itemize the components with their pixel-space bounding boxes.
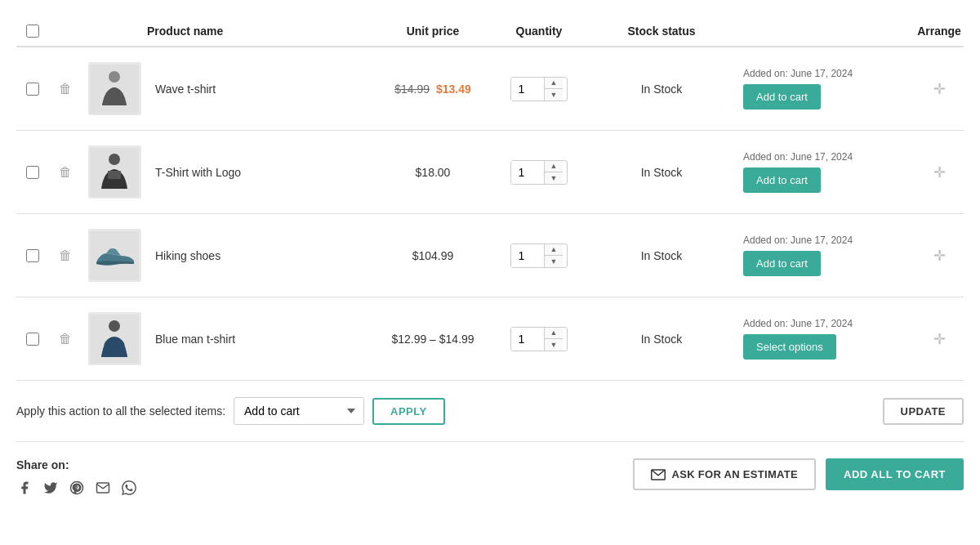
qty-down-2[interactable]: ▼ bbox=[545, 172, 563, 184]
qty-down-3[interactable]: ▼ bbox=[545, 256, 563, 267]
price-new-1: $13.49 bbox=[436, 83, 471, 96]
email-icon[interactable] bbox=[95, 480, 111, 496]
arrange-icon-1[interactable]: ✛ bbox=[933, 80, 946, 98]
update-button[interactable]: UPDATE bbox=[883, 398, 964, 425]
added-date-2: Added on: June 17, 2024 bbox=[743, 151, 853, 163]
apply-button[interactable]: APPLY bbox=[372, 398, 445, 425]
whatsapp-icon[interactable] bbox=[121, 480, 137, 496]
product-name-4: Blue man t-shirt bbox=[155, 333, 235, 346]
qty-down-1[interactable]: ▼ bbox=[545, 89, 563, 101]
price-3: $104.99 bbox=[412, 249, 454, 262]
delete-icon-3[interactable]: 🗑 bbox=[59, 248, 72, 263]
col-qty-header: Quantity bbox=[490, 25, 588, 38]
added-date-4: Added on: June 17, 2024 bbox=[743, 318, 853, 329]
add-to-cart-button-3[interactable]: Add to cart bbox=[743, 251, 821, 276]
add-all-to-cart-button[interactable]: ADD ALL TO CART bbox=[826, 458, 964, 490]
product-name-2: T-Shirt with Logo bbox=[155, 166, 241, 179]
ask-for-estimate-button[interactable]: ASK FOR AN ESTIMATE bbox=[633, 458, 816, 490]
stock-status-1: In Stock bbox=[641, 83, 683, 96]
qty-up-2[interactable]: ▲ bbox=[545, 161, 563, 172]
envelope-icon bbox=[651, 469, 666, 480]
delete-icon-2[interactable]: 🗑 bbox=[59, 165, 72, 180]
svg-rect-4 bbox=[108, 171, 121, 179]
qty-up-1[interactable]: ▲ bbox=[545, 78, 563, 89]
qty-down-4[interactable]: ▼ bbox=[545, 339, 563, 351]
add-to-cart-button-2[interactable]: Add to cart bbox=[743, 168, 821, 193]
table-row: 🗑 Blue man t-shirt $12.99 – $14.99 ▲ bbox=[16, 297, 964, 381]
product-image-4 bbox=[88, 312, 141, 365]
arrange-icon-3[interactable]: ✛ bbox=[933, 247, 946, 265]
facebook-icon[interactable] bbox=[16, 480, 33, 496]
arrange-icon-2[interactable]: ✛ bbox=[933, 163, 946, 181]
qty-input-wrapper-4: ▲ ▼ bbox=[510, 327, 568, 351]
col-product-header: Product name bbox=[147, 25, 376, 38]
pinterest-icon[interactable] bbox=[69, 480, 85, 496]
share-section: Share on: bbox=[16, 442, 964, 512]
estimate-label: ASK FOR AN ESTIMATE bbox=[672, 468, 798, 480]
price-old-1: $14.99 bbox=[394, 83, 430, 96]
row-checkbox-2[interactable] bbox=[26, 166, 39, 179]
product-image-1 bbox=[88, 62, 141, 115]
delete-icon-4[interactable]: 🗑 bbox=[59, 332, 72, 346]
share-icons bbox=[16, 480, 137, 496]
table-row: 🗑 T-Shirt with Logo $18.00 ▲ bbox=[16, 131, 964, 214]
twitter-icon[interactable] bbox=[42, 480, 59, 496]
qty-input-4[interactable] bbox=[511, 328, 544, 351]
svg-point-7 bbox=[109, 320, 120, 332]
svg-point-3 bbox=[109, 154, 120, 165]
stock-status-3: In Stock bbox=[641, 249, 683, 262]
table-row: 🗑 Wave t-shirt $14.99 $13.49 bbox=[16, 47, 964, 131]
arrange-icon-4[interactable]: ✛ bbox=[933, 330, 946, 348]
qty-input-wrapper-2: ▲ ▼ bbox=[510, 160, 568, 185]
delete-icon-1[interactable]: 🗑 bbox=[59, 82, 72, 96]
qty-up-4[interactable]: ▲ bbox=[545, 328, 563, 339]
row-checkbox-1[interactable] bbox=[26, 83, 39, 96]
bulk-action-select[interactable]: Add to cart Remove bbox=[234, 397, 364, 425]
product-name-1: Wave t-shirt bbox=[155, 83, 216, 96]
product-image-3 bbox=[88, 229, 141, 282]
footer-actions: Apply this action to all the selected it… bbox=[16, 381, 964, 442]
action-label: Apply this action to all the selected it… bbox=[16, 404, 225, 418]
row-checkbox-3[interactable] bbox=[26, 249, 39, 262]
row-checkbox-4[interactable] bbox=[26, 333, 39, 346]
select-all-checkbox[interactable] bbox=[26, 25, 39, 38]
added-date-1: Added on: June 17, 2024 bbox=[743, 68, 853, 79]
col-price-header: Unit price bbox=[376, 25, 490, 38]
stock-status-4: In Stock bbox=[641, 333, 683, 346]
table-row: 🗑 Hiking shoes $104.99 ▲ bbox=[16, 214, 964, 297]
qty-input-2[interactable] bbox=[511, 161, 544, 184]
qty-input-1[interactable] bbox=[511, 78, 544, 101]
table-header: Product name Unit price Quantity Stock s… bbox=[16, 16, 964, 47]
product-image-2 bbox=[88, 145, 141, 199]
col-stock-header: Stock status bbox=[588, 25, 735, 38]
price-4: $12.99 – $14.99 bbox=[391, 333, 474, 346]
add-to-cart-button-1[interactable]: Add to cart bbox=[743, 84, 821, 109]
qty-input-wrapper-3: ▲ ▼ bbox=[510, 243, 568, 268]
price-2: $18.00 bbox=[416, 166, 451, 179]
col-arrange-header: Arrange bbox=[915, 25, 964, 38]
product-name-3: Hiking shoes bbox=[155, 249, 220, 262]
share-label: Share on: bbox=[16, 458, 137, 471]
qty-up-3[interactable]: ▲ bbox=[545, 244, 563, 256]
added-date-3: Added on: June 17, 2024 bbox=[743, 235, 853, 246]
qty-input-wrapper-1: ▲ ▼ bbox=[510, 77, 568, 101]
stock-status-2: In Stock bbox=[641, 166, 683, 179]
select-options-button-4[interactable]: Select options bbox=[743, 334, 836, 360]
svg-point-1 bbox=[109, 71, 120, 83]
qty-input-3[interactable] bbox=[511, 244, 544, 267]
